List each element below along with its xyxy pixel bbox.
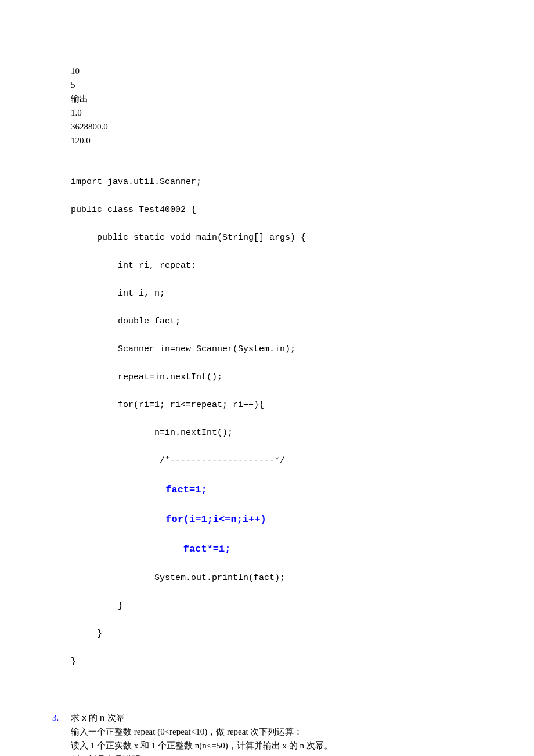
text-line: 读入 1 个正实数 x 和 1 个正整数 n(n<=50)，计算并输出 x 的 … xyxy=(71,739,482,753)
spacer xyxy=(52,147,482,161)
text-line: 输入一个正整数 repeat (0<repeat<10)，做 repeat 次下… xyxy=(71,725,482,739)
code-line: int i, n; xyxy=(71,287,482,301)
text-line: 例：括号内是说明 xyxy=(71,753,482,756)
code-block-1: import java.util.Scanner; public class T… xyxy=(71,161,482,697)
code-line: import java.util.Scanner; xyxy=(71,175,482,189)
text-line: 输出 xyxy=(71,92,482,106)
text-line: 10 xyxy=(71,64,482,78)
code-line: } xyxy=(71,627,482,641)
code-line: repeat=in.nextInt(); xyxy=(71,370,482,384)
code-line: } xyxy=(71,599,482,613)
code-line: double fact; xyxy=(71,315,482,329)
highlighted-code-line: for(i=1;i<=n;i++) xyxy=(71,512,482,527)
text-line: 5 xyxy=(71,78,482,92)
code-line: /*--------------------*/ xyxy=(71,454,482,468)
section-title: 求 x 的 n 次幂 xyxy=(71,712,125,722)
code-line: } xyxy=(71,655,482,669)
code-line: public class Test40002 { xyxy=(71,203,482,217)
text-line: 120.0 xyxy=(71,134,482,147)
code-line: public static void main(String[] args) { xyxy=(71,231,482,245)
text-line: 3628800.0 xyxy=(71,120,482,134)
section-3: 3.求 x 的 n 次幂 输入一个正整数 repeat (0<repeat<10… xyxy=(52,711,482,756)
code-line: Scanner in=new Scanner(System.in); xyxy=(71,343,482,357)
document-page: 10 5 输出 1.0 3628800.0 120.0 import java.… xyxy=(0,0,534,756)
spacer xyxy=(52,697,482,711)
output-block-1: 10 5 输出 1.0 3628800.0 120.0 xyxy=(71,64,482,147)
code-line: System.out.println(fact); xyxy=(71,571,482,585)
code-line: int ri, repeat; xyxy=(71,259,482,273)
code-line: for(ri=1; ri<=repeat; ri++){ xyxy=(71,398,482,412)
code-line: n=in.nextInt(); xyxy=(71,426,482,440)
text-line: 1.0 xyxy=(71,106,482,120)
section-number: 3. xyxy=(52,711,71,725)
highlighted-code-line: fact=1; xyxy=(71,482,482,498)
section-heading: 3.求 x 的 n 次幂 xyxy=(52,711,482,725)
highlighted-code-line: fact*=i; xyxy=(71,541,482,557)
